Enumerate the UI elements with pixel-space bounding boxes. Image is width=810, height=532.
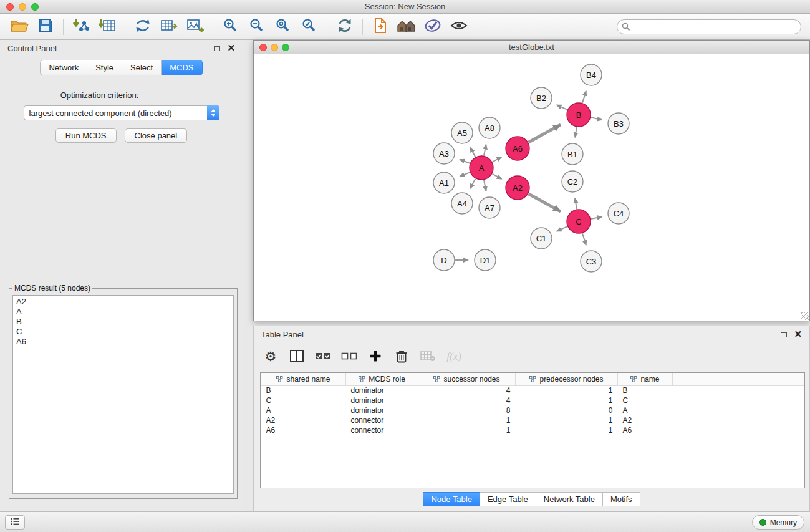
task-history-button[interactable]: [5, 515, 25, 530]
function-builder-button[interactable]: f(x): [446, 347, 462, 366]
network-window-title: testGlobe.txt: [509, 42, 554, 52]
graph-node-label-A6: A6: [513, 144, 523, 153]
zoom-in-button[interactable]: [218, 16, 244, 37]
graph-edge-C-C3[interactable]: [582, 233, 586, 245]
result-item[interactable]: A6: [16, 337, 230, 347]
refresh-view-button[interactable]: [332, 16, 358, 37]
tab-node-table[interactable]: Node Table: [423, 492, 480, 506]
import-table-button[interactable]: [94, 16, 120, 37]
tab-edge-table[interactable]: Edge Table: [480, 492, 536, 506]
select-all-button[interactable]: [315, 347, 331, 366]
control-panel-header: Control Panel ✕: [0, 40, 243, 56]
import-network-button[interactable]: [68, 16, 94, 37]
graph-edge-C-C4[interactable]: [591, 216, 602, 219]
graph-edge-B-B2[interactable]: [557, 105, 567, 110]
graph-edge-A-A2[interactable]: [493, 174, 502, 179]
export-image-button[interactable]: [182, 16, 208, 37]
network-maximize-button[interactable]: [282, 44, 289, 51]
home-button[interactable]: [393, 16, 420, 37]
graph-edge-A2-C[interactable]: [529, 194, 561, 211]
result-item[interactable]: A2: [16, 297, 230, 307]
validate-button[interactable]: [420, 16, 446, 37]
graph-edge-B-B3[interactable]: [591, 117, 602, 120]
import-table-icon: [99, 17, 116, 36]
table-row[interactable]: Adominator 80 A: [261, 405, 804, 415]
network-canvas[interactable]: AA6A2BCA5A8A3A1A4A7B4B2B3B1C2C4C1C3DD1: [254, 54, 809, 321]
save-session-button[interactable]: [32, 16, 59, 37]
column-header-predecessor-nodes[interactable]: predecessor nodes: [516, 373, 618, 385]
add-row-button[interactable]: [367, 347, 383, 366]
memory-label: Memory: [770, 518, 797, 527]
deselect-all-button[interactable]: [341, 347, 357, 366]
tab-network-table[interactable]: Network Table: [536, 492, 603, 506]
table-tabs: Node Table Edge Table Network Table Moti…: [254, 492, 809, 506]
close-table-panel-icon[interactable]: ✕: [794, 331, 802, 337]
table-row[interactable]: Cdominator 41 C: [261, 395, 804, 405]
tab-motifs[interactable]: Motifs: [603, 492, 640, 506]
window-titlebar[interactable]: Session: New Session: [0, 0, 810, 14]
graph-edge-A6-B[interactable]: [529, 125, 561, 142]
image-arrow-icon: [186, 18, 204, 35]
network-minimize-button[interactable]: [271, 44, 278, 51]
graph-edge-A-A1[interactable]: [460, 172, 470, 177]
network-graph: AA6A2BCA5A8A3A1A4A7B4B2B3B1C2C4C1C3DD1: [254, 54, 809, 321]
column-header-name[interactable]: name: [618, 373, 673, 385]
memory-button[interactable]: Memory: [752, 515, 804, 530]
maximize-window-button[interactable]: [31, 3, 39, 11]
node-table[interactable]: shared name MCDS role successor nodes pr…: [260, 372, 805, 488]
result-item[interactable]: C: [16, 327, 230, 337]
zoom-out-button[interactable]: [244, 16, 270, 37]
search-input[interactable]: [617, 19, 801, 34]
tab-style[interactable]: Style: [87, 60, 122, 75]
open-session-button[interactable]: [6, 16, 32, 37]
graph-node-label-C2: C2: [567, 177, 578, 186]
table-row[interactable]: A2connector 11 A2: [261, 415, 804, 425]
result-item[interactable]: B: [16, 317, 230, 327]
close-window-button[interactable]: [6, 3, 14, 11]
tab-select[interactable]: Select: [122, 60, 162, 75]
memory-status-icon: [759, 519, 766, 526]
graph-edge-A-A4[interactable]: [470, 179, 476, 189]
new-network-button[interactable]: [130, 16, 156, 37]
graph-edge-C-C1[interactable]: [557, 226, 567, 231]
graph-edge-A-A6[interactable]: [493, 157, 502, 162]
dropdown-stepper-icon[interactable]: [207, 105, 219, 120]
delete-table-button[interactable]: [420, 347, 436, 366]
graph-edge-A-A8[interactable]: [484, 145, 486, 156]
tab-mcds[interactable]: MCDS: [162, 60, 202, 75]
graph-node-label-A3: A3: [439, 149, 449, 158]
column-header-successor-nodes[interactable]: successor nodes: [418, 373, 516, 385]
zoom-selected-button[interactable]: [296, 16, 322, 37]
criterion-dropdown[interactable]: largest connected component (directed): [24, 105, 219, 120]
show-hide-button[interactable]: [446, 16, 472, 37]
graph-edge-A-A3[interactable]: [460, 160, 470, 163]
result-item[interactable]: A: [16, 307, 230, 317]
column-header-mcds-role[interactable]: MCDS role: [346, 373, 418, 385]
graph-edge-A-A7[interactable]: [484, 180, 486, 191]
export-table-button[interactable]: [156, 16, 182, 37]
close-panel-icon[interactable]: ✕: [227, 45, 235, 51]
table-row[interactable]: A6connector 11 A6: [261, 425, 804, 435]
network-close-button[interactable]: [259, 44, 267, 51]
minimize-window-button[interactable]: [19, 3, 26, 11]
show-columns-button[interactable]: [289, 347, 305, 366]
table-settings-button[interactable]: ⚙: [263, 347, 279, 366]
window-resize-grip[interactable]: [801, 312, 809, 320]
network-window-titlebar[interactable]: testGlobe.txt: [254, 41, 809, 54]
close-panel-button[interactable]: Close panel: [125, 128, 188, 143]
float-table-panel-icon[interactable]: [781, 332, 787, 337]
graph-edge-B-B1[interactable]: [575, 127, 577, 138]
graph-edge-B-B4[interactable]: [582, 91, 586, 103]
zoom-fit-button[interactable]: [270, 16, 296, 37]
mcds-result-list[interactable]: A2 A B C A6: [12, 295, 234, 494]
columns-icon: [290, 350, 304, 364]
graph-edge-A-A5[interactable]: [470, 148, 475, 157]
delete-row-button[interactable]: [393, 347, 410, 366]
table-row[interactable]: Bdominator 41 B: [261, 385, 804, 395]
column-header-shared-name[interactable]: shared name: [261, 373, 346, 385]
tab-network[interactable]: Network: [40, 60, 87, 75]
graph-edge-C-C2[interactable]: [575, 198, 577, 210]
float-panel-icon[interactable]: [214, 46, 220, 51]
run-mcds-button[interactable]: Run MCDS: [55, 128, 117, 143]
report-button[interactable]: [367, 16, 393, 37]
